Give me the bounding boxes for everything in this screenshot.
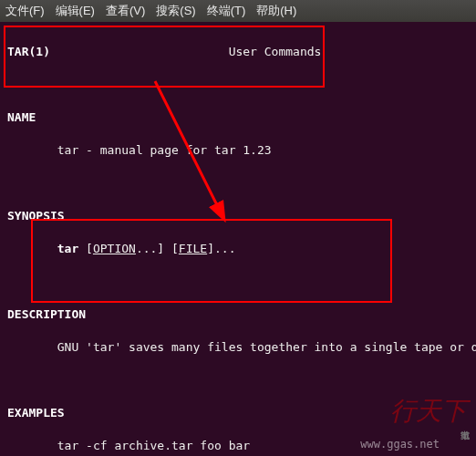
description-line: GNU 'tar' saves many files together into… <box>7 339 469 356</box>
menu-view[interactable]: 查看(V) <box>106 3 145 19</box>
menu-help[interactable]: 帮助(H) <box>256 3 296 19</box>
name-line: tar - manual page for tar 1.23 <box>7 142 469 159</box>
section-synopsis: SYNOPSIS <box>7 209 65 223</box>
example-1-cmd: tar -cf archive.tar foo bar <box>7 438 469 454</box>
synopsis-option: OPTION <box>93 242 136 255</box>
section-description: DESCRIPTION <box>7 307 86 321</box>
annotation-box-bottom <box>31 219 392 303</box>
synopsis-cmd: tar <box>7 242 86 255</box>
man-header-left: TAR(1) <box>7 45 50 58</box>
section-name: NAME <box>7 110 36 124</box>
menu-search[interactable]: 搜索(S) <box>156 3 195 19</box>
synopsis-file: FILE <box>179 242 207 255</box>
synopsis-end: ]... <box>207 242 235 255</box>
man-header-center: User Commands <box>229 45 322 58</box>
menu-terminal[interactable]: 终端(T) <box>207 3 246 19</box>
synopsis-mid: ...] [ <box>136 242 179 255</box>
menu-file[interactable]: 文件(F) <box>5 3 45 19</box>
menubar: 文件(F) 编辑(E) 查看(V) 搜索(S) 终端(T) 帮助(H) <box>0 0 476 22</box>
menu-edit[interactable]: 编辑(E) <box>56 3 95 19</box>
synopsis-line: tar [OPTION...] [FILE]... <box>7 241 469 257</box>
section-examples: EXAMPLES <box>7 406 65 420</box>
terminal-viewport[interactable]: TAR(1) User Commands NAME tar - manual p… <box>0 22 476 456</box>
